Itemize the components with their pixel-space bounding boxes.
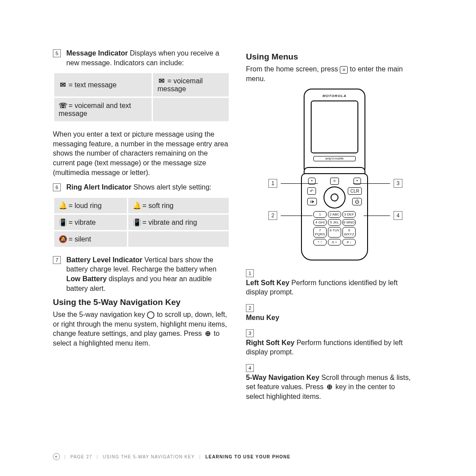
end-icon: ⏻ (352, 198, 362, 205)
key: 8 TUV (328, 227, 341, 238)
footer-page: PAGE 27 (71, 454, 92, 459)
page-footer: ✦ | PAGE 27 | USING THE 5-WAY NAVIGATION… (53, 453, 290, 460)
entry-body: Right Soft Key Perform functions identif… (246, 338, 413, 357)
callout-num: 3 (394, 179, 402, 188)
cell-label: = text message (68, 81, 116, 89)
footer-mid: USING THE 5-WAY NAVIGATION KEY (103, 454, 195, 459)
leader-line (353, 183, 390, 184)
entry-body: Battery Level Indicator Vertical bars sh… (66, 255, 229, 293)
indicator-5: 5 Message Indicator Displays when you re… (53, 48, 230, 67)
silent-icon: 🔕 (59, 235, 67, 243)
voicemail-icon: ✉ (157, 77, 165, 85)
menus-paragraph: From the home screen, press ≡ to enter t… (246, 64, 423, 83)
footer-logo-icon: ✦ (53, 453, 60, 460)
leader-line (364, 216, 390, 216)
key-desc-2: 2 Menu Key (246, 303, 423, 322)
footer-sep: | (64, 454, 66, 459)
clr-label: CLR (348, 187, 362, 195)
entry-body: Menu Key (246, 313, 413, 323)
ring-alert-table: 🔔 = loud ring 🔔 = soft ring 📳 = vibrate … (53, 197, 230, 248)
text: From the home screen, press (246, 65, 340, 73)
cell-label: = loud ring (68, 202, 101, 209)
num-box: 2 (246, 304, 254, 312)
entry-body: Message Indicator Displays when you rece… (66, 48, 229, 67)
key-title: Menu Key (246, 314, 279, 321)
speaker-icon: 🕪 (307, 198, 317, 205)
phone-top: MOTOROLA amp'd mobile (304, 89, 365, 172)
send-icon: ↶ (307, 187, 316, 195)
key: 5 JKL (328, 219, 341, 226)
entry-body: 5-Way Navigation Key Scroll through menu… (246, 373, 413, 402)
cell-label: = soft ring (142, 202, 174, 209)
cell-label: = silent (68, 235, 91, 243)
entry-body: Ring Alert Indicator Shows alert style s… (66, 182, 229, 192)
envelope-icon: ✉ (59, 81, 67, 89)
key: # ↓ (342, 239, 356, 245)
cell-vibrate-ring: 📳 = vibrate and ring (127, 214, 229, 231)
leader-line (281, 216, 312, 216)
callout-num: 2 (268, 211, 277, 220)
soft-ring-icon: 🔔 (133, 201, 141, 210)
cell-empty (127, 231, 229, 247)
key: 7 PQRS (313, 227, 327, 238)
nav-heading: Using the 5-Way Navigation Key (53, 298, 230, 307)
key: 0 + (328, 239, 341, 245)
key: 4 GHI (313, 219, 327, 226)
cell-label: = vibrate and ring (142, 219, 197, 226)
right-column: Using Menus From the home screen, press … (246, 48, 423, 407)
key-title: Left Soft Key (246, 279, 290, 286)
left-column: 5 Message Indicator Displays when you re… (53, 48, 230, 407)
callout-4: 4 (364, 211, 402, 220)
message-indicator-table: ✉ = text message ✉ = voicemail message ☏… (53, 72, 230, 123)
callout-2: 2 (268, 211, 312, 220)
cell-empty (152, 97, 230, 122)
num-box: 1 (246, 269, 254, 277)
callout-3: 3 (353, 179, 402, 188)
phone-brand: MOTOROLA (305, 94, 364, 98)
phone-screen (311, 100, 358, 153)
cell-label: = voicemail and text message (59, 102, 131, 117)
cell-voicemail: ✉ = voicemail message (152, 73, 230, 97)
key-desc-1: 1 Left Soft Key Perform functions identi… (246, 268, 423, 297)
cell-voicemail-text: ☏ = voicemail and text message (54, 97, 152, 122)
cell-loud-ring: 🔔 = loud ring (54, 197, 128, 214)
footer-right: LEARNING TO USE YOUR PHONE (205, 454, 290, 459)
indicator-title: Ring Alert Indicator (66, 183, 131, 191)
cell-soft-ring: 🔔 = soft ring (127, 197, 229, 214)
callout-num: 4 (394, 211, 402, 220)
nav-center (331, 193, 338, 201)
text: Use the 5-way navigation key (53, 311, 147, 318)
callout-1: 1 (268, 179, 318, 188)
key: 6 MNO (342, 219, 356, 226)
key-title: 5-Way Navigation Key (246, 374, 320, 381)
callout-num: 1 (268, 179, 277, 188)
message-paragraph: When you enter a text or picture message… (53, 130, 230, 177)
nav-ring-icon: ◯ (147, 310, 155, 320)
menu-key-icon: ≡ (330, 178, 338, 185)
num-box: 3 (246, 329, 254, 337)
indicator-title: Battery Level Indicator (66, 256, 142, 264)
cell-text-message: ✉ = text message (54, 73, 152, 97)
menus-heading: Using Menus (246, 52, 423, 62)
nav-circle (324, 186, 346, 208)
key: 3 DEF (342, 211, 356, 218)
nav-paragraph: Use the 5-way navigation key ◯ to scroll… (53, 310, 230, 348)
key: 1 (313, 211, 327, 218)
num-box: 4 (246, 364, 254, 372)
indicator-7: 7 Battery Level Indicator Vertical bars … (53, 255, 230, 293)
cell-silent: 🔕 = silent (54, 231, 128, 247)
key: * ↑ (313, 239, 327, 245)
num-box: 7 (53, 256, 61, 264)
cell-label: = vibrate (68, 219, 96, 226)
indicator-text: Shows alert style setting: (134, 183, 212, 191)
vibrate-icon: 📳 (59, 218, 67, 227)
nav-center-icon: ⊕ (326, 382, 334, 392)
num-box: 5 (53, 49, 61, 57)
key-desc-3: 3 Right Soft Key Perform functions ident… (246, 328, 423, 357)
nav-center-icon: ⊕ (204, 329, 212, 338)
key-title: Right Soft Key (246, 339, 294, 346)
key: 2 ABC (328, 211, 341, 218)
keypad: 1 2 ABC 3 DEF 4 GHI 5 JKL 6 MNO 7 PQRS 8… (313, 211, 356, 245)
low-battery-bold: Low Battery (66, 275, 107, 283)
phone-sublabel: amp'd mobile (313, 156, 356, 161)
